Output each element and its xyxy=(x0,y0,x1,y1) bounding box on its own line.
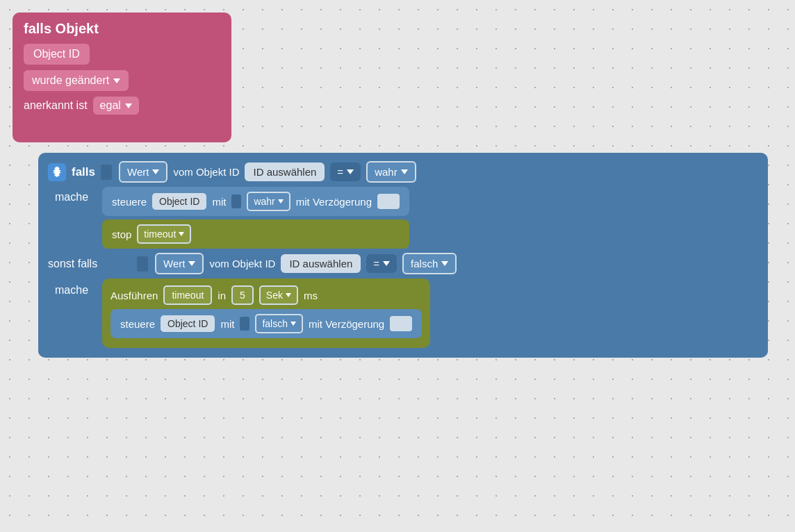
gear-icon[interactable] xyxy=(48,163,66,181)
notch-2 xyxy=(240,317,249,331)
equals2-dropdown[interactable]: = xyxy=(366,254,397,273)
id-auswahlen-pill[interactable]: ID auswählen xyxy=(245,163,325,181)
sonst-falls-row: sonst falls Wert vom Objekt ID ID auswäh… xyxy=(48,253,758,274)
if-main-container: falls Wert vom Objekt ID ID auswählen = … xyxy=(38,153,768,358)
wert2-label: Wert xyxy=(163,258,185,269)
mache-row-2: mache Ausführen timeout in 5 xyxy=(48,279,758,348)
stop-label: stop xyxy=(112,228,131,240)
equals2-label: = xyxy=(373,258,379,269)
wert-label: Wert xyxy=(127,166,149,178)
steuere-label-1: steuere xyxy=(112,196,147,208)
mit-label-1: mit xyxy=(212,196,226,208)
toggle-box-2[interactable] xyxy=(390,316,412,331)
falls-objekt-title: falls Objekt xyxy=(24,21,220,37)
mache-row-1: mache steuere Object ID mit wahr xyxy=(48,187,758,249)
object-id-pill[interactable]: Object ID xyxy=(24,44,90,65)
egal-dropdown[interactable]: egal xyxy=(93,97,139,115)
wert2-arrow xyxy=(188,261,195,266)
wert2-dropdown[interactable]: Wert xyxy=(155,253,204,274)
steuere-object-id-2[interactable]: Object ID xyxy=(161,315,215,332)
equals-label: = xyxy=(337,166,343,178)
wahr-dropdown[interactable]: wahr xyxy=(366,161,416,183)
toggle-box-1[interactable] xyxy=(377,194,400,209)
olive-block-outer: Ausführen timeout in 5 Sek xyxy=(102,279,430,348)
steuere-row-2: steuere Object ID mit falsch mit Verzöge… xyxy=(110,309,422,338)
egal-arrow xyxy=(125,103,132,108)
mache-label-1: mache xyxy=(55,187,97,203)
steuere-object-id-1[interactable]: Object ID xyxy=(152,193,206,210)
id-auswahlen2-pill[interactable]: ID auswählen xyxy=(281,254,361,273)
vom-objekt-label: vom Objekt ID xyxy=(173,166,239,178)
mit-label-2: mit xyxy=(220,318,234,330)
notch-1 xyxy=(231,194,241,208)
wert-dropdown[interactable]: Wert xyxy=(119,161,167,183)
vom-objekt2-label: vom Objekt ID xyxy=(209,258,275,269)
sonst-falls-label: sonst falls xyxy=(48,258,131,270)
steuere-row-1: steuere Object ID mit wahr mit Verzögeru… xyxy=(102,187,409,216)
wurde-geandert-label: wurde geändert xyxy=(32,74,109,87)
id-auswahlen2-label: ID auswählen xyxy=(289,258,352,269)
egal-label: egal xyxy=(100,99,121,112)
equals-arrow xyxy=(347,169,354,174)
anerkannt-label: anerkannt ist xyxy=(24,99,88,112)
mache-label-2: mache xyxy=(55,279,97,297)
steuere-label-2: steuere xyxy=(120,318,155,330)
wurde-geandert-dropdown[interactable]: wurde geändert xyxy=(24,70,129,91)
notch-sonst xyxy=(137,256,148,272)
mit-verzogerung-label-1: mit Verzögerung xyxy=(296,196,372,208)
equals2-arrow xyxy=(383,261,390,266)
if-header-row: falls Wert vom Objekt ID ID auswählen = … xyxy=(48,161,758,183)
falls-objekt-block: falls Objekt Object ID wurde geändert an… xyxy=(13,13,231,142)
stop-timeout-block: stop timeout xyxy=(102,219,409,249)
wurde-geandert-arrow xyxy=(113,78,120,83)
timeout2-pill[interactable]: timeout xyxy=(163,285,212,305)
ausfuhren-row: Ausführen timeout in 5 Sek xyxy=(110,285,422,305)
anerkannt-row: anerkannt ist egal xyxy=(24,97,220,115)
wahr-arrow xyxy=(401,169,408,174)
wahr-label: wahr xyxy=(375,166,398,178)
ausfuhren-label: Ausführen xyxy=(110,290,158,301)
wert-arrow xyxy=(152,169,159,174)
id-auswahlen-label: ID auswählen xyxy=(253,166,316,178)
mache-content-1: steuere Object ID mit wahr mit Verzögeru… xyxy=(102,187,409,249)
connector-notch xyxy=(101,165,112,180)
falls-label: falls xyxy=(72,165,95,179)
falsch2-dropdown[interactable]: falsch xyxy=(255,314,303,333)
timeout-dropdown[interactable]: timeout xyxy=(137,224,191,244)
equals-dropdown[interactable]: = xyxy=(330,163,361,181)
falsch-dropdown[interactable]: falsch xyxy=(402,253,457,274)
five-pill[interactable]: 5 xyxy=(231,285,254,305)
wahr2-dropdown[interactable]: wahr xyxy=(247,192,290,211)
falsch-arrow xyxy=(441,261,448,266)
sek-dropdown[interactable]: Sek xyxy=(259,285,298,305)
in-label: in xyxy=(218,290,226,301)
ms-label: ms xyxy=(304,290,318,301)
falsch-label: falsch xyxy=(411,258,438,269)
mit-verzogerung-label-2: mit Verzögerung xyxy=(309,318,384,330)
